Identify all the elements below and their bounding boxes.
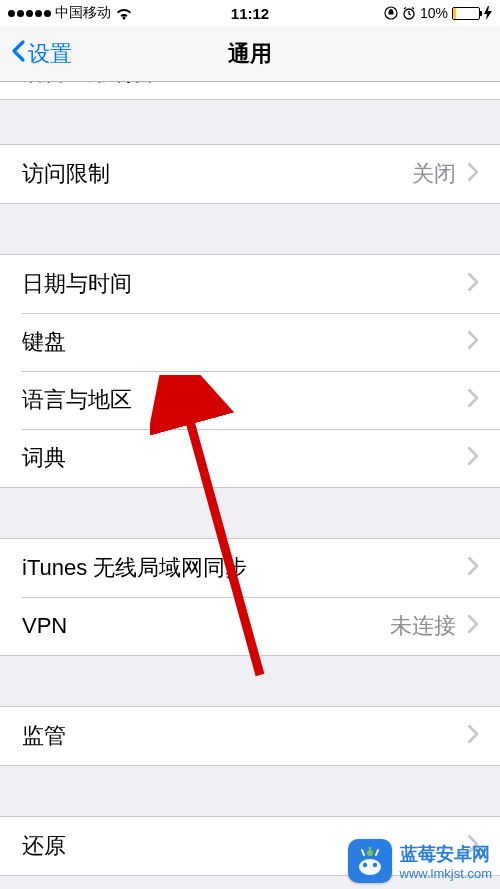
alarm-icon [402,6,416,20]
nav-bar: 设置 通用 [0,26,500,82]
svg-point-5 [359,859,381,875]
signal-strength-icon [8,10,51,17]
svg-point-8 [367,850,373,856]
row-itunes-wifi-sync[interactable]: iTunes 无线局域网同步 [0,539,500,597]
watermark-url: www.lmkjst.com [400,866,492,881]
chevron-right-icon [468,389,478,411]
charging-icon [484,6,492,20]
orientation-lock-icon [384,6,398,20]
status-time: 11:12 [231,5,269,22]
battery-icon [452,7,480,20]
cell-value: 未连接 [390,611,456,641]
row-dictionary[interactable]: 词典 [0,429,500,487]
cutoff-row[interactable]: 后台应用刷新 [0,82,500,100]
group-itunes-vpn: iTunes 无线局域网同步 VPN 未连接 [0,538,500,656]
cell-label: 语言与地区 [22,385,132,415]
cell-label: VPN [22,613,67,639]
back-label: 设置 [28,39,72,69]
group-date-keyboard: 日期与时间 键盘 语言与地区 词典 [0,254,500,488]
watermark-logo-icon [348,839,392,883]
cell-value: 关闭 [412,159,456,189]
battery-percentage: 10% [420,5,448,21]
chevron-right-icon [468,557,478,579]
row-date-time[interactable]: 日期与时间 [0,255,500,313]
page-title: 通用 [228,39,272,69]
cell-label: 日期与时间 [22,269,132,299]
status-bar: 中国移动 11:12 10% [0,0,500,26]
chevron-right-icon [468,331,478,353]
cell-label: iTunes 无线局域网同步 [22,553,247,583]
watermark-title: 蓝莓安卓网 [400,842,490,866]
svg-point-6 [362,863,366,867]
row-language-region[interactable]: 语言与地区 [0,371,500,429]
chevron-right-icon [468,615,478,637]
cell-label: 词典 [22,443,66,473]
chevron-right-icon [468,163,478,185]
svg-point-7 [372,863,376,867]
watermark: 蓝莓安卓网 www.lmkjst.com [340,833,500,889]
chevron-left-icon [10,39,26,69]
group-restrictions: 访问限制 关闭 [0,144,500,204]
wifi-icon [115,7,133,20]
settings-content: 后台应用刷新 访问限制 关闭 日期与时间 键盘 语言与地区 词典 [0,82,500,876]
chevron-right-icon [468,725,478,747]
group-supervision: 监管 [0,706,500,766]
cell-label: 监管 [22,721,66,751]
chevron-right-icon [468,273,478,295]
row-restrictions[interactable]: 访问限制 关闭 [0,145,500,203]
row-supervision[interactable]: 监管 [0,707,500,765]
back-button[interactable]: 设置 [10,39,72,69]
carrier-label: 中国移动 [55,4,111,22]
row-keyboard[interactable]: 键盘 [0,313,500,371]
status-right: 10% [384,5,492,21]
status-left: 中国移动 [8,4,133,22]
row-vpn[interactable]: VPN 未连接 [0,597,500,655]
watermark-text: 蓝莓安卓网 www.lmkjst.com [400,842,492,881]
cell-label: 访问限制 [22,159,110,189]
chevron-right-icon [468,447,478,469]
cell-label: 键盘 [22,327,66,357]
cell-label: 还原 [22,831,66,861]
